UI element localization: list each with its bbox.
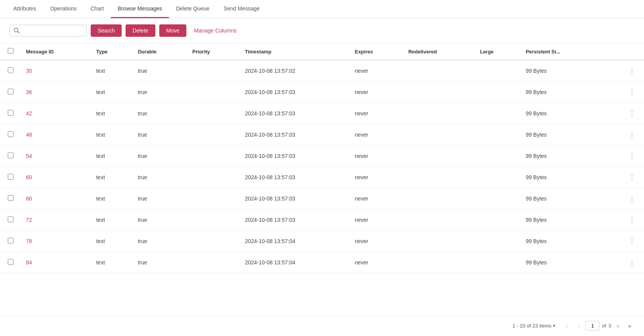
row-durable: true xyxy=(132,188,186,209)
row-priority xyxy=(186,231,239,252)
row-checkbox-60[interactable] xyxy=(8,174,14,180)
row-persistent-size: 99 Bytes xyxy=(520,146,602,167)
row-large xyxy=(474,188,520,209)
message-id-link-48[interactable]: 48 xyxy=(26,132,32,138)
row-expires: never xyxy=(348,82,402,103)
row-expires: never xyxy=(348,167,402,188)
row-checkbox-36[interactable] xyxy=(8,89,14,94)
table-body: 30 text true 2024-10-08 13:57:02 never 9… xyxy=(0,60,644,273)
row-checkbox-cell[interactable] xyxy=(0,124,20,146)
row-actions-button-42[interactable]: ⋮ xyxy=(626,108,638,118)
row-checkbox-cell[interactable] xyxy=(0,167,20,188)
row-durable: true xyxy=(132,124,186,146)
row-actions-cell: ⋮ xyxy=(602,82,644,103)
row-timestamp: 2024-10-08 13:57:04 xyxy=(239,252,349,273)
tab-browse-messages[interactable]: Browse Messages xyxy=(111,0,169,18)
svg-point-0 xyxy=(14,28,18,32)
row-actions-button-30[interactable]: ⋮ xyxy=(626,66,638,76)
row-type: text xyxy=(90,103,131,124)
move-button[interactable]: Move xyxy=(159,24,186,37)
row-redelivered xyxy=(402,167,474,188)
row-actions-button-60[interactable]: ⋮ xyxy=(626,172,638,182)
row-durable: true xyxy=(132,82,186,103)
row-persistent-size: 99 Bytes xyxy=(520,60,602,82)
row-priority xyxy=(186,82,239,103)
row-checkbox-72[interactable] xyxy=(8,216,14,222)
row-durable: true xyxy=(132,103,186,124)
row-actions-button-84[interactable]: ⋮ xyxy=(626,257,638,267)
row-checkbox-cell[interactable] xyxy=(0,60,20,82)
row-priority xyxy=(186,252,239,273)
delete-button[interactable]: Delete xyxy=(126,24,155,37)
select-all-header[interactable] xyxy=(0,43,20,60)
message-id-link-30[interactable]: 30 xyxy=(26,68,32,74)
message-id-link-60[interactable]: 60 xyxy=(26,174,32,180)
row-message-id: 48 xyxy=(20,124,90,146)
row-actions-button-78[interactable]: ⋮ xyxy=(626,236,638,246)
tab-delete-queue[interactable]: Delete Queue xyxy=(169,0,216,18)
table-row: 78 text true 2024-10-08 13:57:04 never 9… xyxy=(0,231,644,252)
row-checkbox-84[interactable] xyxy=(8,259,14,265)
next-page-button[interactable]: › xyxy=(614,321,623,331)
manage-columns-button[interactable]: Manage Columns xyxy=(193,26,238,35)
message-id-link-54[interactable]: 54 xyxy=(26,153,32,159)
select-all-checkbox[interactable] xyxy=(8,48,14,54)
pagination-dropdown-icon[interactable]: ▾ xyxy=(553,323,555,328)
row-checkbox-cell[interactable] xyxy=(0,146,20,167)
row-actions-button-66[interactable]: ⋮ xyxy=(626,194,638,204)
row-checkbox-54[interactable] xyxy=(8,153,14,158)
row-checkbox-cell[interactable] xyxy=(0,209,20,231)
message-id-link-36[interactable]: 36 xyxy=(26,89,32,95)
row-message-id: 60 xyxy=(20,167,90,188)
tab-attributes[interactable]: Attributes xyxy=(6,0,43,18)
row-actions-cell: ⋮ xyxy=(602,209,644,231)
tab-operations[interactable]: Operations xyxy=(43,0,83,18)
tab-send-message[interactable]: Send Message xyxy=(217,0,267,18)
row-checkbox-cell[interactable] xyxy=(0,231,20,252)
row-type: text xyxy=(90,146,131,167)
search-button[interactable]: Search xyxy=(91,24,122,37)
row-large xyxy=(474,167,520,188)
message-id-link-66[interactable]: 66 xyxy=(26,195,32,202)
row-checkbox-78[interactable] xyxy=(8,238,14,243)
row-checkbox-cell[interactable] xyxy=(0,82,20,103)
row-checkbox-cell[interactable] xyxy=(0,103,20,124)
row-type: text xyxy=(90,124,131,146)
row-actions-button-54[interactable]: ⋮ xyxy=(626,151,638,161)
last-page-button[interactable]: » xyxy=(625,321,635,331)
first-page-button[interactable]: « xyxy=(562,321,572,331)
row-redelivered xyxy=(402,60,474,82)
row-expires: never xyxy=(348,188,402,209)
col-header-actions xyxy=(602,43,644,60)
table-header-row: Message ID Type Durable Priority Timesta… xyxy=(0,43,644,60)
row-redelivered xyxy=(402,103,474,124)
row-durable: true xyxy=(132,167,186,188)
row-checkbox-30[interactable] xyxy=(8,67,14,73)
row-large xyxy=(474,60,520,82)
message-id-link-84[interactable]: 84 xyxy=(26,259,32,266)
col-header-timestamp: Timestamp xyxy=(239,43,349,60)
row-checkbox-48[interactable] xyxy=(8,131,14,137)
message-id-link-72[interactable]: 72 xyxy=(26,217,32,223)
row-actions-button-36[interactable]: ⋮ xyxy=(626,87,638,97)
row-checkbox-66[interactable] xyxy=(8,195,14,201)
row-actions-cell: ⋮ xyxy=(602,103,644,124)
row-priority xyxy=(186,167,239,188)
prev-page-button[interactable]: ‹ xyxy=(575,321,584,331)
row-redelivered xyxy=(402,252,474,273)
row-priority xyxy=(186,209,239,231)
row-checkbox-cell[interactable] xyxy=(0,252,20,273)
search-input[interactable] xyxy=(22,27,83,34)
row-timestamp: 2024-10-08 13:57:03 xyxy=(239,146,349,167)
message-id-link-78[interactable]: 78 xyxy=(26,238,32,244)
col-header-large: Large xyxy=(474,43,520,60)
page-number-input[interactable] xyxy=(585,321,599,331)
row-timestamp: 2024-10-08 13:57:03 xyxy=(239,209,349,231)
row-actions-button-48[interactable]: ⋮ xyxy=(626,130,638,140)
message-id-link-42[interactable]: 42 xyxy=(26,110,32,117)
row-checkbox-cell[interactable] xyxy=(0,188,20,209)
tab-chart[interactable]: Chart xyxy=(84,0,111,18)
row-message-id: 42 xyxy=(20,103,90,124)
row-checkbox-42[interactable] xyxy=(8,110,14,116)
row-actions-button-72[interactable]: ⋮ xyxy=(626,215,638,225)
